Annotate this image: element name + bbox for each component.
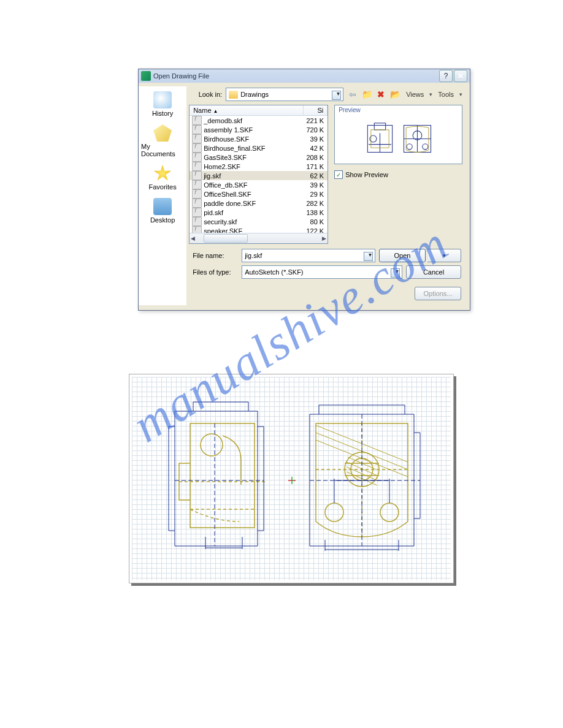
desktop-icon — [153, 198, 172, 215]
svg-point-9 — [380, 503, 399, 521]
toolbar: ⇦ 📁 ✖ 📂 Views ▾ Tools ▾ — [347, 89, 462, 100]
file-name: pid.skf — [204, 209, 306, 216]
lookin-row: Look in: Drawings ⇦ 📁 ✖ 📂 Views ▾ Tools … — [186, 86, 465, 105]
file-row[interactable]: security.skf80 K — [190, 217, 327, 226]
up-folder-icon[interactable]: 📁 — [361, 89, 372, 100]
file-icon — [192, 208, 202, 217]
sidebar-item-documents[interactable]: My Documents — [139, 122, 186, 160]
filename-label: File name: — [186, 252, 238, 259]
file-name: OfficeShell.SKF — [204, 191, 308, 198]
file-name: _demodb.skf — [204, 117, 306, 124]
svg-point-5 — [422, 143, 427, 149]
tools-caret-icon: ▾ — [459, 91, 462, 97]
sidebar-item-label: My Documents — [141, 143, 184, 157]
file-icon — [192, 226, 202, 233]
lookin-combo[interactable]: Drawings — [226, 88, 343, 101]
col-name[interactable]: Name ▲ — [190, 105, 304, 115]
file-icon — [192, 189, 202, 199]
svg-point-7 — [201, 434, 223, 456]
filetype-combo[interactable]: AutoSketch (*.SKF) — [242, 265, 402, 279]
file-size: 29 K — [308, 191, 325, 198]
delete-icon[interactable]: ✖ — [375, 89, 386, 100]
tools-menu[interactable]: Tools — [435, 91, 456, 98]
svg-point-8 — [325, 503, 343, 521]
favorites-icon — [153, 165, 172, 182]
preview-box: Preview — [334, 105, 462, 164]
sidebar-item-label: Favorites — [148, 183, 176, 191]
scroll-thumb[interactable] — [204, 234, 248, 243]
file-row[interactable]: speaker.SKF122 K — [190, 226, 327, 233]
svg-rect-1 — [374, 123, 385, 129]
list-header[interactable]: Name ▲ Si — [190, 105, 327, 116]
file-size: 80 K — [308, 218, 325, 226]
open-button[interactable]: Open — [379, 249, 426, 262]
filename-input[interactable]: jig.skf — [242, 249, 375, 262]
scroll-right-icon[interactable]: ▶ — [322, 235, 326, 241]
file-size: 221 K — [306, 117, 325, 124]
lookin-label: Look in: — [189, 91, 222, 98]
drawing-svg — [132, 377, 451, 580]
file-icon — [192, 116, 202, 125]
new-folder-icon[interactable]: 📂 — [389, 89, 400, 100]
cancel-button[interactable]: Cancel — [406, 265, 461, 279]
open-file-dialog: Open Drawing File ? ✕ History My Documen… — [138, 69, 470, 311]
file-row[interactable]: _demodb.skf221 K — [190, 116, 327, 125]
help-button[interactable]: ? — [439, 70, 453, 82]
hscrollbar[interactable]: ◀ ▶ — [190, 233, 327, 243]
file-row[interactable]: Home2.SKF171 K — [190, 162, 327, 171]
file-icon — [192, 134, 202, 143]
file-size: 39 K — [308, 135, 325, 143]
file-icon — [192, 171, 202, 180]
file-row[interactable]: GasSite3.SKF208 K — [190, 153, 327, 162]
file-name: speaker.SKF — [204, 227, 306, 233]
options-button[interactable]: Options... — [415, 287, 461, 300]
file-name: Home2.SKF — [204, 163, 306, 170]
file-row[interactable]: Birdhouse.SKF39 K — [190, 134, 327, 143]
views-caret-icon: ▾ — [429, 91, 432, 97]
show-preview-row[interactable]: ✓ Show Preview — [334, 170, 462, 179]
file-size: 720 K — [306, 126, 325, 134]
sidebar-item-history[interactable]: History — [150, 89, 175, 119]
preview-panel: Preview — [334, 105, 462, 244]
file-name: Office_db.SKF — [204, 181, 308, 189]
back-icon[interactable]: ⇦ — [347, 89, 358, 100]
preview-label: Preview — [335, 105, 462, 113]
close-button[interactable]: ✕ — [454, 70, 467, 82]
file-size: 42 K — [308, 145, 325, 152]
file-icon — [192, 153, 202, 162]
file-row[interactable]: Birdhouse_final.SKF42 K — [190, 143, 327, 153]
lookin-value: Drawings — [240, 91, 269, 98]
views-menu[interactable]: Views — [404, 91, 426, 98]
file-size: 138 K — [306, 209, 325, 216]
drawing-figure — [129, 374, 454, 583]
file-size: 122 K — [306, 227, 325, 233]
file-row[interactable]: Office_db.SKF39 K — [190, 180, 327, 189]
file-row[interactable]: assembly 1.SKF720 K — [190, 125, 327, 134]
file-name: paddle done.SKF — [204, 200, 306, 207]
file-size: 62 K — [308, 172, 325, 180]
file-icon — [192, 125, 202, 134]
file-row[interactable]: paddle done.SKF282 K — [190, 199, 327, 208]
file-row[interactable]: pid.skf138 K — [190, 208, 327, 217]
scroll-left-icon[interactable]: ◀ — [191, 235, 195, 241]
dialog-title: Open Drawing File — [153, 72, 209, 80]
file-row[interactable]: jig.skf62 K — [190, 171, 327, 180]
list-body[interactable]: _demodb.skf221 Kassembly 1.SKF720 KBirdh… — [190, 116, 327, 233]
titlebar[interactable]: Open Drawing File ? ✕ — [139, 69, 470, 83]
col-size[interactable]: Si — [304, 105, 327, 115]
show-preview-checkbox[interactable]: ✓ — [334, 170, 343, 179]
sidebar-item-label: History — [152, 110, 173, 117]
sidebar-item-desktop[interactable]: Desktop — [148, 195, 177, 226]
open-dropdown[interactable]: ▾ — [427, 249, 461, 262]
file-icon — [192, 162, 202, 171]
documents-icon — [153, 124, 172, 142]
file-name: Birdhouse_final.SKF — [204, 145, 308, 152]
file-row[interactable]: OfficeShell.SKF29 K — [190, 189, 327, 199]
sidebar-item-favorites[interactable]: Favorites — [146, 162, 178, 193]
file-name: security.skf — [204, 218, 308, 226]
file-size: 171 K — [306, 163, 325, 170]
file-size: 282 K — [306, 200, 325, 207]
history-icon — [153, 91, 172, 108]
file-list[interactable]: Name ▲ Si _demodb.skf221 Kassembly 1.SKF… — [189, 105, 328, 244]
file-icon — [192, 217, 202, 226]
